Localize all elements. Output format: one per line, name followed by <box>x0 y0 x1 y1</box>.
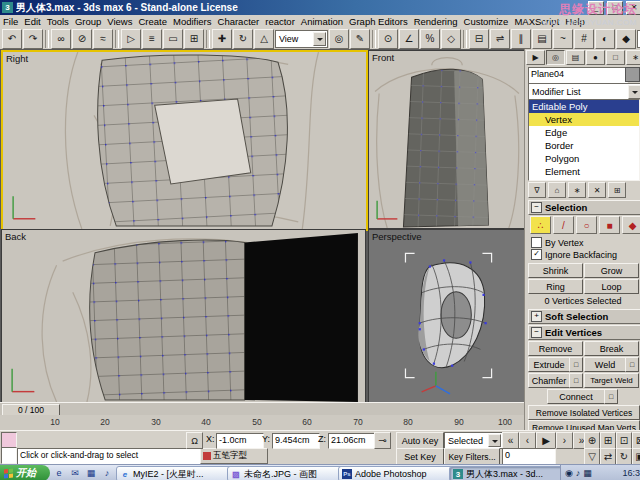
field-of-view-icon[interactable]: ▽ <box>584 448 600 465</box>
combo-arrow-icon[interactable] <box>488 434 501 447</box>
viewport-label-right[interactable]: Right <box>6 53 28 64</box>
minimize-button[interactable]: _ <box>588 1 604 15</box>
quick-launch-mail-icon[interactable]: ✉ <box>68 466 82 480</box>
rectangular-selection-region-icon[interactable]: ▭ <box>163 29 183 49</box>
track-bar[interactable]: 10 20 30 40 50 60 70 80 90 100 <box>0 415 524 431</box>
tray-icon-1[interactable]: ◉ <box>565 468 573 478</box>
viewport-back[interactable]: Back <box>1 229 366 403</box>
maximize-button[interactable]: □ <box>607 1 623 15</box>
menu-graph-editors[interactable]: Graph Editors <box>346 16 411 27</box>
grow-button[interactable]: Grow <box>584 263 639 278</box>
hierarchy-tab-icon[interactable]: ▤ <box>566 50 585 65</box>
key-filters-button[interactable]: Key Filters... <box>444 448 500 465</box>
by-vertex-checkbox[interactable] <box>531 237 542 248</box>
start-button[interactable]: 开始 <box>0 465 50 480</box>
mirror-icon[interactable]: ⇌ <box>490 29 510 49</box>
ime-toolbar[interactable]: 五笔字型 <box>200 448 268 464</box>
stack-item-vertex[interactable]: Vertex <box>529 113 639 126</box>
viewport-front[interactable]: Front <box>368 50 525 229</box>
ring-button[interactable]: Ring <box>528 279 583 294</box>
snap-toggle-3d-icon[interactable]: ⊙ <box>378 29 398 49</box>
break-button[interactable]: Break <box>584 341 639 356</box>
stack-item-edge[interactable]: Edge <box>529 126 639 139</box>
viewport-label-back[interactable]: Back <box>5 231 26 242</box>
auto-key-button[interactable]: Auto Key <box>396 432 444 449</box>
tray-icon-3[interactable]: ▦ <box>583 468 592 478</box>
quick-launch-show-desktop-icon[interactable]: ▦ <box>84 466 98 480</box>
zoom-icon[interactable]: ⊕ <box>584 432 600 449</box>
stack-item-editable-poly[interactable]: Editable Poly <box>529 100 639 113</box>
previous-frame-icon[interactable]: ‹ <box>519 432 536 449</box>
menu-animation[interactable]: Animation <box>298 16 346 27</box>
maxscript-macro-recorder[interactable] <box>1 432 17 448</box>
menu-character[interactable]: Character <box>215 16 263 27</box>
expand-icon[interactable]: + <box>531 311 542 322</box>
modify-tab-icon[interactable]: ◎ <box>546 50 565 65</box>
element-subobject-icon[interactable]: ◆ <box>622 216 640 234</box>
select-and-scale-icon[interactable]: △ <box>254 29 274 49</box>
select-and-link-icon[interactable]: ∞ <box>51 29 71 49</box>
menu-views[interactable]: Views <box>104 16 135 27</box>
bind-to-space-warp-icon[interactable]: ≈ <box>93 29 113 49</box>
tray-icon-2[interactable]: ♪ <box>576 468 581 478</box>
close-button[interactable]: ✕ <box>626 1 640 15</box>
select-and-rotate-icon[interactable]: ↻ <box>233 29 253 49</box>
chamfer-button[interactable]: Chamfer <box>528 373 570 388</box>
show-end-result-icon[interactable]: ⌂ <box>548 182 566 198</box>
task-button-photoshop[interactable]: Ps Adobe Photoshop <box>338 466 454 480</box>
viewport-label-perspective[interactable]: Perspective <box>372 231 422 242</box>
quick-launch-ie-icon[interactable]: e <box>52 466 66 480</box>
select-and-move-icon[interactable]: ✚ <box>212 29 232 49</box>
menu-create[interactable]: Create <box>135 16 170 27</box>
remove-button[interactable]: Remove <box>528 341 583 356</box>
zoom-extents-icon[interactable]: ⊡ <box>616 432 632 449</box>
menu-file[interactable]: File <box>0 16 21 27</box>
collapse-icon[interactable]: − <box>531 202 542 213</box>
align-icon[interactable]: ∥ <box>511 29 531 49</box>
transform-type-in-mode-icon[interactable]: ⊸ <box>374 432 391 449</box>
arc-rotate-icon[interactable]: ↻ <box>616 448 632 465</box>
selection-lock-icon[interactable]: Ω <box>186 432 203 449</box>
combo-arrow-icon[interactable] <box>628 85 640 99</box>
zoom-all-icon[interactable]: ⊞ <box>600 432 616 449</box>
connect-button[interactable]: Connect <box>547 389 605 404</box>
edge-subobject-icon[interactable]: / <box>553 216 574 234</box>
ignore-backfacing-checkbox[interactable]: ✓ <box>531 249 542 260</box>
object-color-swatch[interactable] <box>625 67 640 82</box>
menu-tools[interactable]: Tools <box>44 16 72 27</box>
layer-manager-icon[interactable]: ▤ <box>532 29 552 49</box>
set-key-button[interactable]: Set Key <box>396 448 444 465</box>
next-frame-icon[interactable]: › <box>556 432 573 449</box>
edit-named-selections-icon[interactable]: ⊟ <box>469 29 489 49</box>
edit-vertices-rollout-header[interactable]: − Edit Vertices <box>528 325 640 340</box>
soft-selection-rollout-header[interactable]: + Soft Selection <box>528 309 640 324</box>
weld-settings-icon[interactable]: □ <box>625 357 639 372</box>
menu-customize[interactable]: Customize <box>461 16 512 27</box>
chamfer-settings-icon[interactable]: □ <box>569 373 583 388</box>
shrink-button[interactable]: Shrink <box>528 263 583 278</box>
quick-launch-media-player-icon[interactable]: ♪ <box>100 466 114 480</box>
task-button-3dsmax[interactable]: 3 男人体3.max - 3d... <box>449 466 565 480</box>
extrude-settings-icon[interactable]: □ <box>569 357 583 372</box>
use-pivot-point-center-icon[interactable]: ◎ <box>329 29 349 49</box>
render-scene-icon[interactable]: ◆ <box>616 29 636 49</box>
window-crossing-icon[interactable]: ⊞ <box>184 29 204 49</box>
angle-snap-toggle-icon[interactable]: ∠ <box>399 29 419 49</box>
object-name-field[interactable]: Plane04 <box>528 67 628 84</box>
y-coord-field[interactable]: 9.454cm <box>272 433 320 449</box>
stack-item-polygon[interactable]: Polygon <box>529 152 639 165</box>
select-and-manipulate-icon[interactable]: ✎ <box>350 29 370 49</box>
connect-settings-icon[interactable]: □ <box>604 389 618 404</box>
play-animation-icon[interactable]: ▶ <box>536 432 556 449</box>
viewport-label-front[interactable]: Front <box>372 52 394 63</box>
make-unique-icon[interactable]: ∗ <box>568 182 586 198</box>
weld-button[interactable]: Weld <box>584 357 626 372</box>
material-editor-icon[interactable]: ◐ <box>595 29 615 49</box>
task-button-myie2[interactable]: e MyIE2 - [火星时... <box>116 466 232 480</box>
viewport-right[interactable]: Right <box>1 50 368 231</box>
unlink-selection-icon[interactable]: ⊘ <box>72 29 92 49</box>
current-frame-field[interactable]: 0 <box>502 448 556 465</box>
vertex-subobject-icon[interactable]: ∴ <box>530 216 551 234</box>
menu-modifiers[interactable]: Modifiers <box>170 16 215 27</box>
collapse-icon[interactable]: − <box>531 327 542 338</box>
